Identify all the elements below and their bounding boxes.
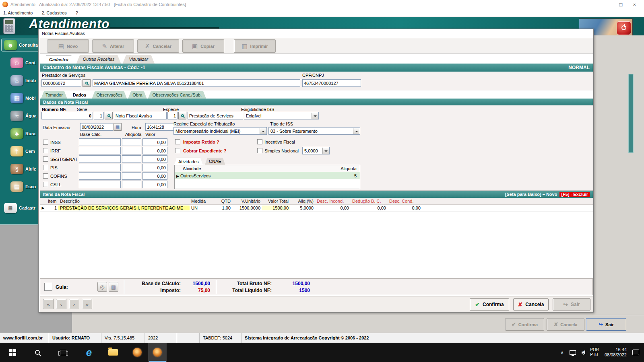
csll-aliquota-input[interactable] [122,181,141,188]
cofins-base-input[interactable] [79,172,121,180]
inss-checkbox[interactable] [43,140,48,145]
tab-outras-receitas[interactable]: Outras Receitas [76,55,121,64]
incentivo-fiscal-checkbox[interactable] [257,139,262,144]
atendimento-app-button[interactable] [148,343,167,362]
irrf-aliquota-input[interactable] [122,147,141,154]
tab-cnae[interactable]: CNAE [205,158,225,165]
start-button[interactable] [3,343,22,362]
sest-senat-checkbox[interactable] [43,156,48,162]
alterar-button[interactable]: ✎ Alterar [92,39,134,53]
irrf-valor-input[interactable] [142,147,167,154]
sest-senat-base-input[interactable] [79,155,121,163]
tab-dados[interactable]: Dados [68,91,91,99]
atividade-row[interactable]: ▶ OutrosServiços 5 [175,172,360,179]
sidebar-item-imobiliario[interactable]: ⌂ Imob [0,72,40,89]
cpf-cnpj-input[interactable] [302,79,361,87]
exigibilidade-select[interactable]: Exigível [244,112,319,119]
pis-valor-input[interactable] [142,164,167,171]
minimize-icon[interactable]: – [606,2,609,8]
tab-tomador[interactable]: Tomador [41,91,67,99]
csll-checkbox[interactable] [43,182,48,187]
data-emissao-input[interactable] [80,123,113,131]
tab-observacoes[interactable]: Observações [92,91,127,99]
fiorilli-app-button[interactable] [128,343,147,362]
sidebar-item-rural[interactable]: ♣ Rura [0,125,40,142]
tipo-iss-select[interactable]: 03 - Sobre Faturamento [268,127,360,135]
outer-sair-button[interactable]: ↪ Sair [586,318,626,331]
hora-input[interactable] [145,123,174,131]
nav-first-button[interactable]: « [43,299,54,309]
serie-input[interactable] [94,112,104,119]
pis-checkbox[interactable] [43,165,48,170]
close-icon[interactable]: × [633,2,636,8]
sidebar-item-escola[interactable]: ▤ Esco [0,178,40,195]
sest-senat-valor-input[interactable] [142,155,167,163]
sidebar-item-mobiliario[interactable]: ▦ Mobi [0,89,40,107]
sest-senat-aliquota-input[interactable] [122,155,141,163]
nav-next-button[interactable]: › [69,299,79,309]
especie-desc-input[interactable] [188,112,243,119]
task-view-button[interactable] [54,343,72,362]
maximize-icon[interactable]: □ [619,2,623,8]
simples-aliquota-select[interactable]: 5,0000 [302,147,330,154]
network-icon[interactable] [570,350,576,355]
menu-atendimento[interactable]: 1. Atendimento [3,10,33,15]
sidebar-item-ajuizamento[interactable]: § Ajuiz [0,160,40,178]
prestador-code-input[interactable] [41,79,81,87]
nav-prev-button[interactable]: ‹ [56,299,66,309]
guia-view-button[interactable]: ◎ [97,282,107,292]
inss-base-input[interactable] [79,138,121,146]
calendar-button[interactable]: ▦ [114,123,122,131]
volume-button[interactable]: ) [582,350,585,355]
simples-nacional-checkbox[interactable] [257,148,262,153]
pis-aliquota-input[interactable] [122,164,141,171]
especie-search-button[interactable] [178,112,186,119]
inss-valor-input[interactable] [142,138,167,146]
irrf-base-input[interactable] [79,147,121,154]
file-explorer-button[interactable] [104,343,122,362]
confirma-button[interactable]: ✔ Confirma [470,298,509,311]
item-row[interactable]: ▶ 1 PRESTAÇÃO DE SERVIÇOS GERAIS I, REFE… [40,205,593,212]
sair-button[interactable]: ↪ Sair [553,298,590,311]
language-indicator[interactable]: POR PTB [590,348,599,357]
menu-cadastros[interactable]: 2. Cadastros [41,10,66,15]
outer-cancela-button[interactable]: ✘ Cancela [547,318,584,331]
irrf-checkbox[interactable] [43,148,48,153]
clock[interactable]: 16:44 08/08/2022 [605,347,627,358]
prestador-name-input[interactable] [93,79,300,87]
regime-select[interactable]: Microempresário Individual (MEI) [173,127,267,135]
power-button[interactable] [617,21,631,35]
notification-icon[interactable] [632,350,639,355]
internet-explorer-button[interactable]: e [80,343,98,362]
guia-print-button[interactable]: ▥ [109,282,118,292]
cancela-button[interactable]: ✘ Cancela [513,298,549,311]
cofins-checkbox[interactable] [43,173,48,179]
tab-observacoes-canc[interactable]: Observações Canc./Sub. [148,91,206,99]
sidebar-item-agua[interactable]: ≈ Água [0,107,40,125]
sidebar-item-cemiterio[interactable]: † Cem [0,142,40,160]
csll-base-input[interactable] [79,181,121,188]
inss-aliquota-input[interactable] [122,138,141,146]
especie-input[interactable] [167,112,178,119]
copiar-button[interactable]: ▣ Copiar [182,39,224,53]
guia-checkbox[interactable] [44,283,52,291]
prestador-search-button[interactable] [83,79,91,87]
cancelar-button[interactable]: ✗ Cancelar [137,39,179,53]
taskbar-search-button[interactable] [28,343,47,362]
sidebar-item-cadastro[interactable]: ▤ Cadastr [0,201,40,215]
tab-obra[interactable]: Obra [128,91,147,99]
cofins-valor-input[interactable] [142,172,167,180]
tab-cadastro[interactable]: Cadastro [43,55,75,64]
outer-confirma-button[interactable]: ✔ Confirma [505,318,544,331]
imposto-retido-checkbox[interactable] [175,139,180,144]
novo-button[interactable]: ▤ Novo [47,39,89,53]
pis-base-input[interactable] [79,164,121,171]
tab-atividades[interactable]: Atividades [174,158,203,165]
tray-chevron-icon[interactable]: ∧ [561,350,564,355]
sidebar-item-consulta[interactable]: ☻ Consulta [1,39,39,51]
csll-valor-input[interactable] [142,181,167,188]
tab-visualizar[interactable]: Visualizar [123,55,155,64]
nav-last-button[interactable]: » [82,299,92,309]
serie-search-button[interactable] [105,112,113,119]
imprimir-button[interactable]: ▥ Imprimir [234,39,276,53]
